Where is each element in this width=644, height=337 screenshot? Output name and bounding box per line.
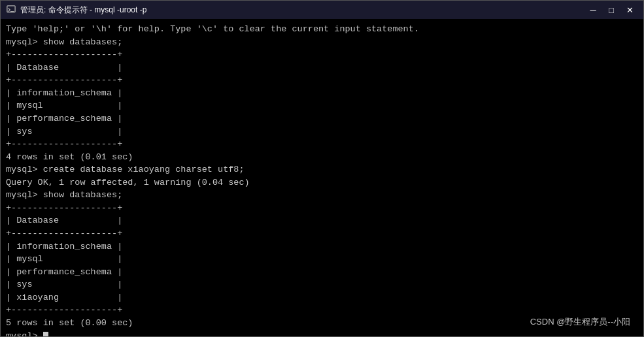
minimize-button[interactable]: ─ bbox=[585, 3, 602, 16]
terminal-line: | sys | bbox=[6, 125, 638, 138]
terminal-line: Query OK, 1 row affected, 1 warning (0.0… bbox=[6, 176, 638, 189]
window-title: 管理员: 命令提示符 - mysql -uroot -p bbox=[20, 5, 146, 16]
terminal-line: | performance_schema | bbox=[6, 112, 638, 125]
terminal-line: mysql> show databases; bbox=[6, 36, 638, 49]
title-bar: 管理员: 命令提示符 - mysql -uroot -p ─ □ ✕ bbox=[1, 1, 643, 19]
terminal-line: 4 rows in set (0.01 sec) bbox=[6, 151, 638, 164]
terminal-line: | Database | bbox=[6, 61, 638, 74]
terminal-cursor bbox=[43, 332, 48, 337]
close-button[interactable]: ✕ bbox=[621, 3, 638, 16]
title-bar-left: 管理员: 命令提示符 - mysql -uroot -p bbox=[6, 5, 146, 16]
restore-button[interactable]: □ bbox=[603, 3, 620, 16]
terminal-line: +--------------------+ bbox=[6, 227, 638, 240]
terminal-line: | mysql | bbox=[6, 253, 638, 266]
terminal-line: mysql> bbox=[6, 330, 638, 337]
terminal-line: mysql> show databases; bbox=[6, 189, 638, 202]
terminal-line: +--------------------+ bbox=[6, 138, 638, 151]
window-controls: ─ □ ✕ bbox=[585, 3, 638, 16]
watermark: CSDN @野生程序员--小阳 bbox=[530, 316, 630, 329]
terminal-line: | information_schema | bbox=[6, 240, 638, 253]
terminal-line: | sys | bbox=[6, 278, 638, 291]
terminal-line: +--------------------+ bbox=[6, 48, 638, 61]
terminal-icon bbox=[6, 5, 16, 15]
terminal-line: mysql> create database xiaoyang charset … bbox=[6, 163, 638, 176]
terminal-line: +--------------------+ bbox=[6, 202, 638, 215]
terminal-window: 管理员: 命令提示符 - mysql -uroot -p ─ □ ✕ Type … bbox=[0, 0, 644, 337]
terminal-line: | information_schema | bbox=[6, 87, 638, 100]
terminal-body[interactable]: Type 'help;' or '\h' for help. Type '\c'… bbox=[1, 19, 643, 336]
terminal-line: | xiaoyang | bbox=[6, 291, 638, 304]
terminal-line: +--------------------+ bbox=[6, 304, 638, 317]
terminal-line: | mysql | bbox=[6, 99, 638, 112]
terminal-line: +--------------------+ bbox=[6, 74, 638, 87]
terminal-line: Type 'help;' or '\h' for help. Type '\c'… bbox=[6, 23, 638, 36]
terminal-line: | Database | bbox=[6, 214, 638, 227]
terminal-line: | performance_schema | bbox=[6, 266, 638, 279]
terminal-output: Type 'help;' or '\h' for help. Type '\c'… bbox=[6, 23, 638, 336]
